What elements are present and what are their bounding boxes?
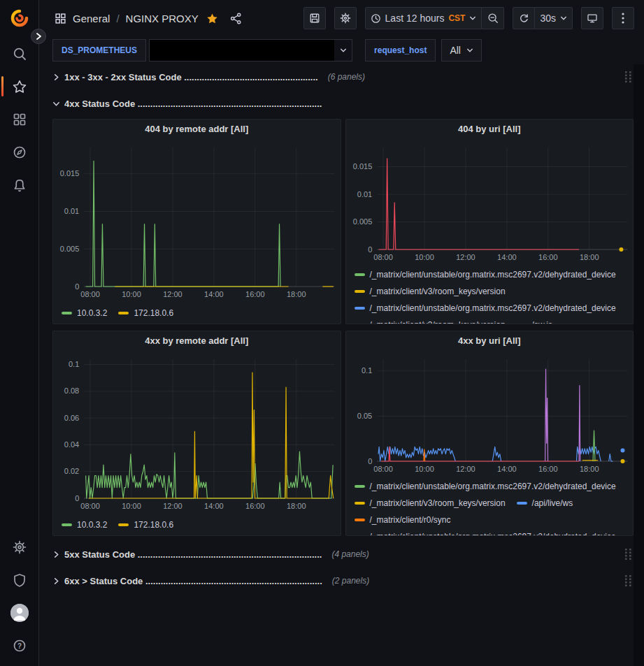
- panel-404-by-uri: 404 by uri [All] 08:0010:0012:0014:0016:…: [345, 119, 634, 324]
- apps-icon[interactable]: [55, 13, 66, 24]
- legend-item[interactable]: /sw.js: [517, 320, 552, 324]
- dashboard-settings-button[interactable]: [334, 7, 357, 29]
- legend-item[interactable]: /_matrix/client/v3/room_keys/version: [355, 320, 506, 324]
- legend-item[interactable]: /_matrix/client/v3/room_keys/version: [355, 287, 506, 296]
- legend-item[interactable]: /api/live/ws: [517, 498, 573, 508]
- svg-text:16:00: 16:00: [245, 502, 265, 510]
- panel-title[interactable]: 404 by remote addr [All]: [53, 120, 341, 138]
- legend-row: /_matrix/client/v3/room_keys/version/sw.…: [355, 317, 628, 324]
- breadcrumb-folder[interactable]: General: [73, 13, 110, 24]
- chart-404-by-remote-addr[interactable]: 08:0010:0012:0014:0016:0018:0000.0050.01…: [53, 138, 341, 302]
- svg-text:08:00: 08:00: [80, 290, 100, 298]
- svg-text:0: 0: [75, 282, 79, 291]
- legend-row: /_matrix/client/r0/sync: [355, 512, 628, 528]
- zoom-out-time-button[interactable]: [482, 7, 504, 29]
- legend-item[interactable]: /_matrix/client/unstable/org.matrix.msc2…: [355, 532, 616, 535]
- legend-label: /_matrix/client/v3/room_keys/version: [370, 320, 506, 324]
- chart-4xx-by-uri[interactable]: 08:0010:0012:0014:0016:0018:0000.050.1: [346, 349, 634, 477]
- legend-item[interactable]: 10.0.3.2: [62, 308, 107, 318]
- panel-404-by-remote-addr: 404 by remote addr [All] 08:0010:0012:00…: [52, 119, 341, 324]
- legend-swatch: [118, 523, 129, 526]
- legend-label: 10.0.3.2: [77, 520, 107, 530]
- panel-title[interactable]: 4xx by uri [All]: [346, 331, 634, 349]
- search-icon: [13, 47, 27, 61]
- request-host-value: All: [450, 45, 461, 56]
- legend-swatch: [355, 485, 365, 488]
- scrollbar-gutter[interactable]: [634, 64, 644, 666]
- legend-label: /_matrix/client/unstable/org.matrix.msc2…: [370, 303, 616, 313]
- datasource-select[interactable]: [149, 39, 352, 61]
- main-area: General / NGINX PROXY Last 12 hours CST: [39, 0, 644, 666]
- row-panel-count: (4 panels): [331, 549, 368, 559]
- sidebar-item-explore[interactable]: [0, 136, 39, 168]
- sidebar-item-starred[interactable]: [0, 70, 39, 103]
- grafana-logo[interactable]: [10, 9, 29, 27]
- row-header-5xx[interactable]: 5xx Status Code ........................…: [52, 544, 634, 564]
- legend-item[interactable]: 172.18.0.6: [118, 308, 173, 318]
- timezone-badge: CST: [448, 13, 465, 23]
- dashboard-title[interactable]: NGINX PROXY: [126, 13, 199, 24]
- svg-text:18:00: 18:00: [287, 290, 306, 298]
- row-title: 6xx > Status Code ......................…: [64, 576, 322, 586]
- dashboard-canvas: 1xx - 3xx - 2xx Status Code ............…: [39, 64, 644, 666]
- time-range-label: Last 12 hours: [385, 13, 445, 24]
- row-drag-handle[interactable]: [624, 574, 632, 587]
- legend-item[interactable]: /_matrix/client/unstable/org.matrix.msc2…: [355, 270, 616, 280]
- sidebar-item-configuration[interactable]: [0, 530, 39, 563]
- save-dashboard-button[interactable]: [303, 7, 326, 29]
- share-icon[interactable]: [230, 13, 242, 24]
- row-header-6xx[interactable]: 6xx > Status Code ......................…: [52, 571, 634, 591]
- legend-swatch: [62, 523, 72, 526]
- legend-label: /_matrix/client/unstable/org.matrix.msc2…: [370, 482, 616, 491]
- favorite-star-icon[interactable]: [206, 13, 218, 24]
- sidebar-expand-button[interactable]: [31, 29, 46, 44]
- panel-legend: /_matrix/client/unstable/org.matrix.msc2…: [346, 477, 634, 535]
- legend-item[interactable]: /_matrix/client/unstable/org.matrix.msc2…: [355, 303, 616, 313]
- panel-title[interactable]: 404 by uri [All]: [346, 120, 634, 138]
- legend-item[interactable]: /_matrix/client/v3/room_keys/version: [355, 498, 506, 508]
- row-drag-handle[interactable]: [624, 548, 632, 560]
- legend-item[interactable]: 10.0.3.2: [62, 520, 107, 530]
- sidebar-item-help[interactable]: ?: [0, 629, 39, 662]
- datasource-value-redacted: [150, 40, 334, 61]
- row-header-4xx[interactable]: 4xx Status Code ........................…: [52, 94, 634, 113]
- legend-swatch: [355, 502, 365, 505]
- refresh-interval-picker[interactable]: 30s: [535, 7, 573, 29]
- svg-text:0.06: 0.06: [64, 414, 79, 422]
- svg-text:08:00: 08:00: [373, 253, 393, 261]
- datasource-variable-label[interactable]: DS_PROMETHEUS: [52, 39, 146, 61]
- svg-text:16:00: 16:00: [245, 290, 265, 298]
- svg-text:16:00: 16:00: [538, 253, 558, 261]
- kebab-menu-button[interactable]: [612, 7, 634, 29]
- sidebar-item-alerting[interactable]: [0, 168, 39, 201]
- legend-row: /_matrix/client/v3/room_keys/version/api…: [355, 495, 628, 512]
- row-header-1xx-3xx-2xx[interactable]: 1xx - 3xx - 2xx Status Code ............…: [52, 67, 634, 87]
- refresh-button[interactable]: [513, 7, 535, 29]
- chart-4xx-by-remote-addr[interactable]: 08:0010:0012:0014:0016:0018:0000.020.040…: [53, 349, 341, 514]
- legend-item[interactable]: /_matrix/client/r0/sync: [355, 515, 451, 525]
- chart-404-by-uri[interactable]: 08:0010:0012:0014:0016:0018:0000.0050.01…: [346, 138, 634, 265]
- gear-icon: [13, 540, 27, 554]
- request-host-select[interactable]: All: [441, 39, 482, 61]
- help-icon: ?: [13, 639, 27, 653]
- legend-item[interactable]: /_matrix/client/unstable/org.matrix.msc2…: [355, 482, 616, 491]
- svg-text:18:00: 18:00: [287, 502, 306, 510]
- chevron-down-icon: [52, 100, 60, 108]
- legend-swatch: [355, 519, 365, 521]
- star-icon: [13, 80, 27, 94]
- sidebar-item-dashboards[interactable]: [0, 103, 39, 136]
- panel-title[interactable]: 4xx by remote addr [All]: [53, 331, 341, 349]
- sidebar-item-server-admin[interactable]: [0, 563, 39, 596]
- svg-text:10:00: 10:00: [415, 465, 434, 473]
- legend-row: 10.0.3.2172.18.0.6: [62, 516, 335, 533]
- sidebar-item-profile[interactable]: [0, 596, 39, 629]
- request-host-variable-label[interactable]: request_host: [365, 39, 436, 61]
- time-range-picker[interactable]: Last 12 hours CST: [365, 7, 482, 29]
- chevron-right-icon: [52, 551, 60, 558]
- tv-mode-button[interactable]: [581, 7, 603, 29]
- row-title: 4xx Status Code ........................…: [64, 99, 322, 109]
- legend-swatch: [355, 307, 365, 310]
- row-drag-handle[interactable]: [624, 71, 632, 83]
- legend-item[interactable]: 172.18.0.6: [118, 520, 173, 530]
- svg-text:0.005: 0.005: [60, 245, 80, 253]
